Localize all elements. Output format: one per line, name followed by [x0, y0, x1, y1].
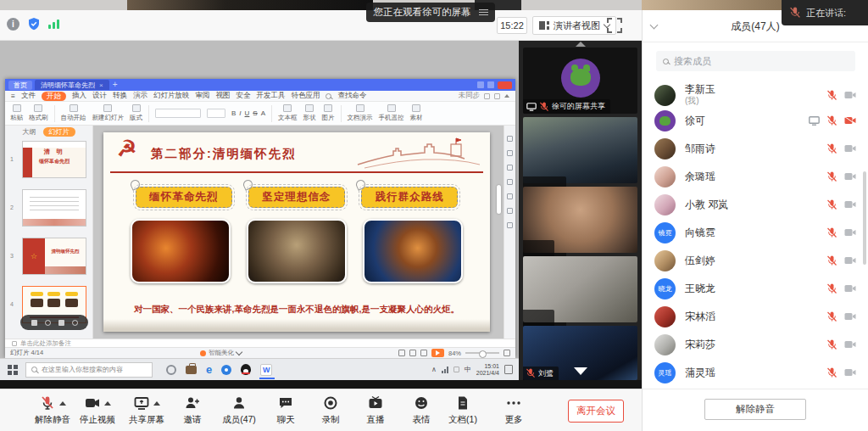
chat-bubble-icon[interactable]	[58, 320, 64, 326]
tray-volume-icon[interactable]	[453, 367, 459, 372]
member-row[interactable]: 宋莉莎	[643, 330, 868, 359]
paste-button[interactable]: 粘贴	[10, 104, 23, 122]
action-center-icon[interactable]	[504, 365, 513, 374]
video-tile[interactable]	[523, 117, 637, 183]
wps-home-tab[interactable]: 首页	[8, 81, 32, 90]
camera-off-icon[interactable]	[844, 116, 856, 125]
floating-share-toolbar[interactable]	[20, 315, 88, 330]
fullscreen-button[interactable]	[607, 18, 622, 33]
outline-tab[interactable]: 大纲	[23, 127, 36, 137]
unmute-button[interactable]: 解除静音	[27, 395, 78, 426]
members-button[interactable]: 成员(47)	[214, 395, 264, 426]
mic-muted-icon[interactable]	[827, 367, 837, 378]
wps-promo-icon[interactable]	[498, 81, 512, 89]
member-row[interactable]: 镜霓 向镜霓	[643, 218, 868, 247]
current-slide[interactable]: ☭ 第二部分:清明缅怀先烈 缅怀革命先烈 坚定理想信念 践行群众路线	[103, 132, 490, 332]
fit-slide-icon[interactable]	[504, 350, 510, 356]
panel-unmute-button[interactable]: 解除静音	[704, 399, 806, 420]
qq-app-icon[interactable]	[241, 364, 251, 375]
more-icon[interactable]	[72, 320, 78, 326]
leave-meeting-button[interactable]: 离开会议	[568, 400, 624, 423]
scroll-down-icon[interactable]	[574, 367, 587, 375]
wps-tab-security[interactable]: 安全	[236, 91, 250, 101]
tray-expand-icon[interactable]: ∧	[431, 366, 437, 373]
more-button[interactable]: 更多	[488, 395, 539, 426]
close-tab-icon[interactable]: ×	[99, 81, 103, 89]
reading-view-icon[interactable]	[420, 350, 427, 356]
member-row[interactable]: 灵瑶 蒲灵瑶	[643, 358, 868, 387]
mic-muted-icon[interactable]	[827, 283, 837, 294]
camera-off-icon[interactable]	[844, 368, 856, 377]
documents-button[interactable]: 文档(1)	[437, 395, 488, 426]
slide-button-2[interactable]: 坚定理想信念	[248, 187, 345, 208]
live-stream-button[interactable]: 直播	[350, 395, 401, 426]
italic-button[interactable]: I	[239, 109, 241, 117]
camera-off-icon[interactable]	[844, 200, 856, 209]
member-row[interactable]: 宋林滔	[643, 302, 868, 331]
mic-muted-icon[interactable]	[827, 339, 837, 350]
wps-tab-devtools[interactable]: 开发工具	[256, 91, 285, 101]
layout-button[interactable]: 版式	[130, 104, 142, 122]
slide-button-1[interactable]: 缅怀革命先烈	[136, 187, 232, 208]
mic-muted-icon[interactable]	[827, 171, 837, 182]
system-clock[interactable]: 15:01 2021/4/4	[476, 363, 499, 377]
camera-off-icon[interactable]	[844, 312, 856, 321]
mic-muted-icon[interactable]	[827, 90, 837, 101]
stop-video-button[interactable]: 停止视频	[72, 395, 123, 426]
wps-tab-view[interactable]: 视图	[215, 91, 230, 101]
wps-taskbar-icon[interactable]: W	[260, 364, 272, 376]
normal-view-icon[interactable]	[398, 350, 405, 356]
banner-menu-icon[interactable]	[479, 9, 488, 11]
side-tool-icon[interactable]	[507, 150, 513, 156]
font-color-button[interactable]: A	[261, 109, 265, 117]
slide-scrollbar[interactable]	[497, 185, 501, 214]
emoji-icon[interactable]	[45, 320, 51, 326]
side-tool-icon[interactable]	[507, 208, 513, 214]
wps-document-tab[interactable]: 清明缅怀革命先烈 ×	[35, 80, 109, 90]
camera-off-icon[interactable]	[844, 228, 856, 237]
font-name-select[interactable]	[155, 109, 201, 118]
mic-muted-icon[interactable]	[827, 199, 837, 210]
store-app-icon[interactable]	[186, 366, 197, 374]
auto-start-button[interactable]: 自动开始	[61, 104, 86, 122]
blue-app-icon[interactable]	[221, 365, 231, 375]
wps-tab-present[interactable]: 演示	[133, 91, 147, 101]
camera-off-icon[interactable]	[844, 284, 856, 293]
mic-options-caret[interactable]	[59, 401, 66, 406]
shapes-button[interactable]: 形状	[303, 104, 316, 122]
picture-button[interactable]: 图片	[322, 104, 335, 122]
bold-button[interactable]: B	[231, 109, 236, 117]
camera-off-icon[interactable]	[844, 256, 856, 265]
side-tool-icon[interactable]	[507, 136, 513, 142]
start-button[interactable]	[8, 365, 18, 375]
wps-tab-insert[interactable]: 插入	[72, 91, 86, 101]
wps-share-icon[interactable]	[494, 93, 500, 99]
member-row[interactable]: 小教 邓岚	[643, 190, 868, 219]
smart-beautify-button[interactable]: 智能美化	[200, 349, 242, 357]
slide-button-3[interactable]: 践行群众路线	[361, 187, 458, 208]
wps-find-command[interactable]: 查找命令	[337, 91, 366, 101]
strikethrough-button[interactable]: S	[253, 109, 257, 117]
wps-tab-design[interactable]: 设计	[92, 91, 107, 101]
camera-off-icon[interactable]	[844, 172, 856, 181]
chat-button[interactable]: 聊天	[260, 395, 311, 426]
invite-button[interactable]: 邀请	[167, 395, 218, 426]
member-row[interactable]: 晓龙 王晓龙	[643, 274, 868, 303]
wps-tab-home[interactable]: 开始	[42, 92, 66, 101]
slide-thumbnail-2[interactable]	[22, 189, 86, 227]
wps-menu-file[interactable]: 文件	[21, 91, 36, 101]
mic-muted-icon[interactable]	[827, 255, 837, 266]
taskbar-search-input[interactable]: 在这里输入你想搜索的内容	[25, 362, 153, 378]
side-tool-icon[interactable]	[507, 222, 513, 228]
wps-tab-apps[interactable]: 特色应用	[291, 91, 320, 101]
phone-remote-button[interactable]: 手机遥控	[379, 104, 404, 122]
view-mode-button[interactable]: 演讲者视图	[532, 16, 616, 35]
video-options-caret[interactable]	[104, 401, 111, 406]
collapse-ribbon-icon[interactable]	[504, 94, 509, 98]
camera-off-icon[interactable]	[844, 340, 856, 349]
format-painter-button[interactable]: 格式刷	[29, 104, 48, 122]
ime-indicator[interactable]: 中	[465, 365, 471, 374]
slides-tab[interactable]: 幻灯片	[43, 127, 75, 137]
tray-network-icon[interactable]	[442, 367, 448, 373]
assets-button[interactable]: 素材	[410, 104, 423, 122]
